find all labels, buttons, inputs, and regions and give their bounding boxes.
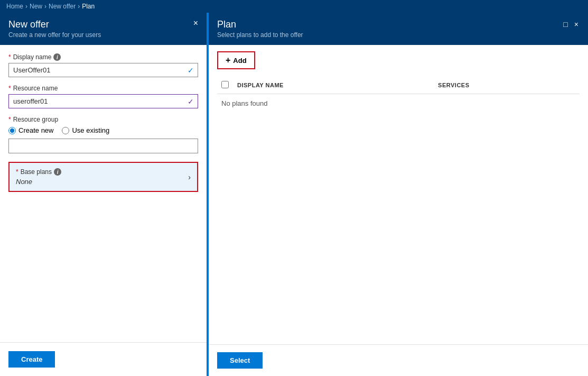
display-name-info-icon[interactable]: i — [53, 53, 61, 61]
add-plan-button[interactable]: + Add — [217, 51, 255, 69]
display-name-label: * Display name i — [8, 53, 198, 61]
left-panel: New offer Create a new offer for your us… — [0, 13, 209, 376]
left-panel-body: * Display name i ✓ * Resource name ✓ — [0, 45, 207, 342]
resource-group-radio-group: Create new Use existing — [8, 126, 198, 134]
resource-group-label-text: Resource group — [13, 116, 58, 123]
right-panel-title-block: Plan Select plans to add to the offer — [217, 19, 303, 39]
breadcrumb-home[interactable]: Home — [6, 3, 23, 10]
create-new-radio[interactable] — [8, 127, 16, 134]
base-plans-info-icon[interactable]: i — [54, 168, 61, 176]
base-plans-label-text: Base plans — [21, 168, 52, 176]
breadcrumb-sep-3: › — [78, 3, 80, 10]
right-panel-header: Plan Select plans to add to the offer □ … — [209, 13, 588, 45]
left-panel-close-button[interactable]: × — [193, 19, 198, 27]
display-name-check-icon: ✓ — [188, 66, 194, 75]
plans-no-data-message: No plans found — [217, 94, 580, 113]
plans-table-header: DISPLAY NAME SERVICES — [217, 77, 580, 94]
right-panel-restore-button[interactable]: □ — [562, 19, 568, 30]
plans-no-data-row: No plans found — [217, 94, 580, 113]
resource-name-label-text: Resource name — [13, 85, 58, 92]
resource-group-required: * — [8, 116, 11, 123]
breadcrumb-sep-2: › — [44, 3, 46, 10]
base-plans-chevron-icon: › — [188, 173, 191, 181]
display-name-input-wrapper: ✓ — [8, 63, 198, 77]
base-plans-value: None — [16, 178, 61, 186]
right-panel-body: + Add DISPLAY NAME SERVICES No pl — [209, 45, 588, 344]
add-plus-icon: + — [226, 56, 230, 65]
base-plans-section[interactable]: * Base plans i None › — [8, 162, 198, 192]
display-name-label-text: Display name — [13, 53, 52, 61]
breadcrumb-plan: Plan — [82, 3, 95, 10]
plans-table-select-all-checkbox[interactable] — [221, 81, 229, 88]
resource-group-input[interactable] — [8, 139, 198, 153]
create-button[interactable]: Create — [8, 351, 55, 368]
plans-table-services-header: SERVICES — [434, 77, 580, 94]
use-existing-radio-option[interactable]: Use existing — [62, 126, 109, 134]
use-existing-label: Use existing — [72, 126, 109, 134]
add-button-label: Add — [233, 57, 246, 65]
plans-table-body: No plans found — [217, 94, 580, 113]
resource-group-group: * Resource group Create new Use existing — [8, 116, 198, 153]
breadcrumb-new[interactable]: New — [30, 3, 42, 10]
right-panel-close-button[interactable]: × — [573, 19, 580, 30]
left-panel-title: New offer — [8, 19, 101, 30]
plans-table-checkbox-col — [217, 77, 233, 94]
right-panel-title: Plan — [217, 19, 303, 30]
create-new-label: Create new — [18, 126, 53, 134]
plans-table-header-row: DISPLAY NAME SERVICES — [217, 77, 580, 94]
create-new-radio-option[interactable]: Create new — [8, 126, 53, 134]
resource-name-input[interactable] — [8, 94, 198, 108]
right-panel-subtitle: Select plans to add to the offer — [217, 31, 303, 39]
resource-name-check-icon: ✓ — [188, 97, 194, 106]
base-plans-left: * Base plans i None — [16, 168, 61, 186]
resource-name-label: * Resource name — [8, 85, 198, 92]
plans-table-display-name-header: DISPLAY NAME — [233, 77, 434, 94]
right-panel-controls: □ × — [562, 19, 580, 30]
resource-name-required: * — [8, 85, 11, 92]
plans-table: DISPLAY NAME SERVICES No plans found — [217, 77, 580, 113]
select-button[interactable]: Select — [217, 352, 263, 369]
right-panel-footer: Select — [209, 344, 588, 376]
resource-name-input-wrapper: ✓ — [8, 94, 198, 108]
base-plans-required: * — [16, 168, 18, 176]
left-panel-title-block: New offer Create a new offer for your us… — [8, 19, 101, 39]
display-name-input[interactable] — [8, 63, 198, 77]
display-name-group: * Display name i ✓ — [8, 53, 198, 77]
use-existing-radio[interactable] — [62, 127, 69, 134]
left-panel-header: New offer Create a new offer for your us… — [0, 13, 207, 45]
base-plans-label: * Base plans i — [16, 168, 61, 176]
breadcrumb-bar: Home › New › New offer › Plan — [0, 0, 588, 13]
breadcrumb-new-offer[interactable]: New offer — [49, 3, 76, 10]
right-panel: Plan Select plans to add to the offer □ … — [209, 13, 588, 376]
resource-name-group: * Resource name ✓ — [8, 85, 198, 108]
left-panel-subtitle: Create a new offer for your users — [8, 31, 101, 39]
display-name-required: * — [8, 53, 11, 61]
resource-group-label: * Resource group — [8, 116, 198, 123]
breadcrumb-sep-1: › — [25, 3, 27, 10]
left-panel-footer: Create — [0, 342, 207, 376]
